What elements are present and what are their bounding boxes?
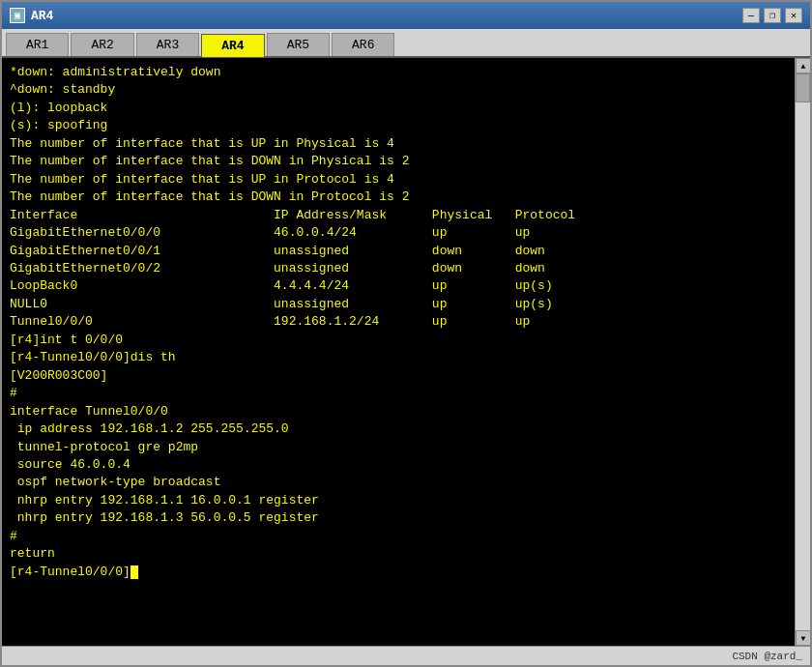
terminal-line: *down: administratively down <box>10 64 787 81</box>
terminal-line: [r4-Tunnel0/0/0] <box>10 564 787 581</box>
window-title: AR4 <box>31 9 53 23</box>
terminal-line: The number of interface that is UP in Ph… <box>10 135 787 153</box>
terminal-line: interface Tunnel0/0/0 <box>10 403 787 420</box>
tab-ar5[interactable]: AR5 <box>267 33 330 56</box>
terminal-line: GigabitEthernet0/0/0 46.0.0.4/24 up up <box>10 224 787 242</box>
terminal-cursor <box>130 566 138 579</box>
title-bar-left: ▣ AR4 <box>10 8 53 23</box>
minimize-button[interactable]: — <box>742 8 760 23</box>
terminal-line: nhrp entry 192.168.1.1 16.0.0.1 register <box>10 492 787 509</box>
title-buttons: — ❐ ✕ <box>742 8 802 23</box>
title-bar: ▣ AR4 — ❐ ✕ <box>2 2 810 29</box>
terminal-content[interactable]: *down: administratively down^down: stand… <box>2 58 795 646</box>
scroll-thumb[interactable] <box>796 73 810 102</box>
tab-ar4[interactable]: AR4 <box>201 34 264 57</box>
scrollbar: ▲ ▼ <box>795 58 810 646</box>
terminal-line: # <box>10 528 787 545</box>
scroll-up-button[interactable]: ▲ <box>796 58 810 73</box>
terminal-line: LoopBack0 4.4.4.4/24 up up(s) <box>10 277 787 295</box>
terminal-line: ip address 192.168.1.2 255.255.255.0 <box>10 420 787 438</box>
close-button[interactable]: ✕ <box>785 8 802 23</box>
tab-bar: AR1 AR2 AR3 AR4 AR5 AR6 <box>2 29 810 58</box>
terminal-wrapper: *down: administratively down^down: stand… <box>2 58 810 646</box>
terminal-line: # <box>10 385 787 402</box>
terminal-line: NULL0 unassigned up up(s) <box>10 296 787 313</box>
terminal-line: GigabitEthernet0/0/2 unassigned down dow… <box>10 260 787 277</box>
status-bar: CSDN @zard_ <box>2 646 810 665</box>
terminal-line: ospf network-type broadcast <box>10 474 787 491</box>
terminal-line: The number of interface that is DOWN in … <box>10 188 787 206</box>
status-text: CSDN @zard_ <box>732 651 802 662</box>
scroll-down-button[interactable]: ▼ <box>796 630 810 646</box>
terminal-line: [V200R003C00] <box>10 367 787 385</box>
terminal-line: (s): spoofing <box>10 117 787 134</box>
terminal-line: [r4]int t 0/0/0 <box>10 332 787 349</box>
tab-ar6[interactable]: AR6 <box>332 33 394 56</box>
terminal-line: return <box>10 545 787 563</box>
terminal-line: source 46.0.0.4 <box>10 456 787 474</box>
tab-ar2[interactable]: AR2 <box>71 33 133 56</box>
terminal-line: The number of interface that is UP in Pr… <box>10 171 787 188</box>
scroll-track <box>796 73 810 630</box>
main-window: ▣ AR4 — ❐ ✕ AR1 AR2 AR3 AR4 AR5 AR6 *dow… <box>0 0 812 667</box>
app-icon: ▣ <box>10 8 25 23</box>
terminal-line: Tunnel0/0/0 192.168.1.2/24 up up <box>10 313 787 331</box>
tab-ar3[interactable]: AR3 <box>136 33 199 56</box>
terminal-line: GigabitEthernet0/0/1 unassigned down dow… <box>10 243 787 260</box>
terminal-line: nhrp entry 192.168.1.3 56.0.0.5 register <box>10 509 787 527</box>
terminal-line: [r4-Tunnel0/0/0]dis th <box>10 349 787 366</box>
terminal-line: ^down: standby <box>10 81 787 99</box>
terminal-line: The number of interface that is DOWN in … <box>10 153 787 170</box>
terminal-line: (l): loopback <box>10 100 787 117</box>
terminal-line: tunnel-protocol gre p2mp <box>10 439 787 456</box>
tab-ar1[interactable]: AR1 <box>6 33 69 56</box>
restore-button[interactable]: ❐ <box>764 8 781 23</box>
terminal-line: Interface IP Address/Mask Physical Proto… <box>10 207 787 224</box>
